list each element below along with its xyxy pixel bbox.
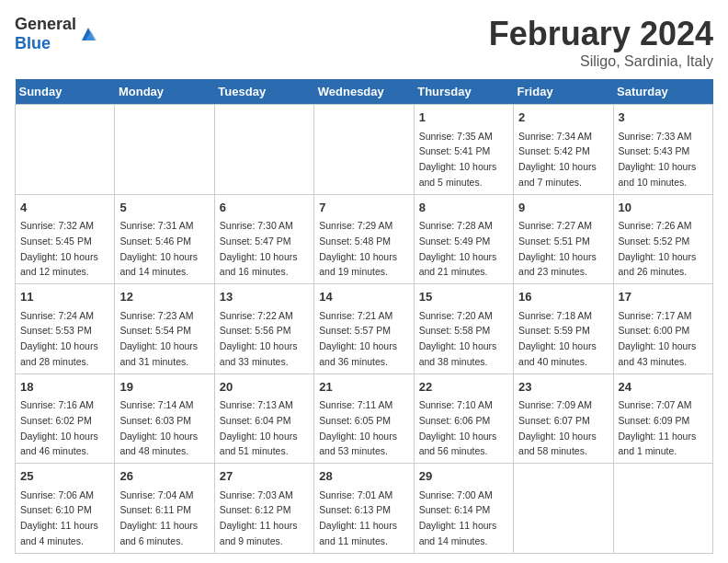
weekday-header: Saturday — [613, 79, 712, 105]
calendar-cell: 7Sunrise: 7:29 AM Sunset: 5:48 PM Daylig… — [314, 194, 414, 284]
calendar-cell: 14Sunrise: 7:21 AM Sunset: 5:57 PM Dayli… — [314, 284, 414, 374]
day-info: Sunrise: 7:03 AM Sunset: 6:12 PM Dayligh… — [220, 489, 298, 546]
day-info: Sunrise: 7:00 AM Sunset: 6:14 PM Dayligh… — [419, 489, 497, 546]
day-number: 13 — [220, 288, 309, 306]
calendar-cell: 17Sunrise: 7:17 AM Sunset: 6:00 PM Dayli… — [613, 284, 712, 374]
logo-blue: Blue — [15, 34, 51, 52]
logo: General Blue — [15, 15, 98, 53]
calendar-cell: 1Sunrise: 7:35 AM Sunset: 5:41 PM Daylig… — [414, 105, 513, 195]
day-info: Sunrise: 7:31 AM Sunset: 5:46 PM Dayligh… — [119, 220, 198, 277]
day-number: 6 — [220, 199, 309, 217]
weekday-header: Thursday — [414, 79, 513, 105]
calendar-cell: 25Sunrise: 7:06 AM Sunset: 6:10 PM Dayli… — [16, 464, 115, 554]
day-info: Sunrise: 7:21 AM Sunset: 5:57 PM Dayligh… — [319, 310, 397, 367]
day-info: Sunrise: 7:04 AM Sunset: 6:11 PM Dayligh… — [119, 489, 198, 546]
calendar-cell: 21Sunrise: 7:11 AM Sunset: 6:05 PM Dayli… — [314, 373, 414, 464]
day-number: 24 — [619, 378, 708, 396]
calendar-cell — [514, 464, 613, 554]
calendar-cell: 15Sunrise: 7:20 AM Sunset: 5:58 PM Dayli… — [414, 284, 513, 374]
day-number: 4 — [20, 199, 109, 217]
calendar-week-row: 25Sunrise: 7:06 AM Sunset: 6:10 PM Dayli… — [16, 464, 713, 554]
day-info: Sunrise: 7:16 AM Sunset: 6:02 PM Dayligh… — [20, 399, 98, 456]
day-number: 14 — [319, 288, 408, 306]
day-number: 5 — [119, 199, 209, 217]
day-info: Sunrise: 7:06 AM Sunset: 6:10 PM Dayligh… — [20, 489, 98, 546]
day-number: 26 — [119, 467, 209, 486]
day-number: 21 — [319, 378, 408, 396]
day-info: Sunrise: 7:33 AM Sunset: 5:43 PM Dayligh… — [619, 131, 697, 188]
day-number: 20 — [220, 378, 309, 396]
calendar-cell — [214, 105, 313, 195]
day-info: Sunrise: 7:20 AM Sunset: 5:58 PM Dayligh… — [419, 310, 497, 367]
day-info: Sunrise: 7:14 AM Sunset: 6:03 PM Dayligh… — [119, 399, 198, 456]
logo-general: General — [15, 15, 76, 33]
day-number: 17 — [619, 288, 708, 306]
day-number: 7 — [319, 199, 408, 217]
logo-text: General Blue — [15, 15, 76, 53]
day-number: 12 — [119, 288, 209, 306]
day-number: 19 — [119, 378, 209, 396]
calendar-week-row: 1Sunrise: 7:35 AM Sunset: 5:41 PM Daylig… — [16, 105, 713, 195]
day-number: 28 — [319, 467, 408, 486]
calendar-cell: 3Sunrise: 7:33 AM Sunset: 5:43 PM Daylig… — [613, 105, 712, 195]
day-info: Sunrise: 7:27 AM Sunset: 5:51 PM Dayligh… — [518, 220, 597, 277]
header: General Blue February 2024 Siligo, Sardi… — [15, 15, 713, 70]
day-number: 3 — [619, 109, 708, 127]
calendar-cell: 9Sunrise: 7:27 AM Sunset: 5:51 PM Daylig… — [514, 194, 613, 284]
weekday-header: Monday — [115, 79, 214, 105]
main-title: February 2024 — [489, 15, 713, 53]
calendar-cell — [115, 105, 214, 195]
calendar-week-row: 18Sunrise: 7:16 AM Sunset: 6:02 PM Dayli… — [16, 373, 713, 464]
day-info: Sunrise: 7:23 AM Sunset: 5:54 PM Dayligh… — [119, 310, 198, 367]
calendar-cell: 20Sunrise: 7:13 AM Sunset: 6:04 PM Dayli… — [214, 373, 313, 464]
calendar-cell: 19Sunrise: 7:14 AM Sunset: 6:03 PM Dayli… — [115, 373, 214, 464]
calendar-cell: 24Sunrise: 7:07 AM Sunset: 6:09 PM Dayli… — [613, 373, 712, 464]
logo-icon — [78, 24, 98, 44]
calendar-cell: 2Sunrise: 7:34 AM Sunset: 5:42 PM Daylig… — [514, 105, 613, 195]
day-number: 25 — [20, 467, 109, 486]
day-info: Sunrise: 7:11 AM Sunset: 6:05 PM Dayligh… — [319, 399, 397, 456]
day-info: Sunrise: 7:10 AM Sunset: 6:06 PM Dayligh… — [419, 399, 497, 456]
calendar-cell: 26Sunrise: 7:04 AM Sunset: 6:11 PM Dayli… — [115, 464, 214, 554]
calendar-cell: 4Sunrise: 7:32 AM Sunset: 5:45 PM Daylig… — [16, 194, 115, 284]
weekday-header: Sunday — [16, 79, 115, 105]
day-number: 11 — [20, 288, 109, 306]
calendar-cell — [16, 105, 115, 195]
day-info: Sunrise: 7:28 AM Sunset: 5:49 PM Dayligh… — [419, 220, 497, 277]
day-number: 23 — [518, 378, 608, 396]
day-number: 1 — [419, 109, 508, 127]
calendar-cell — [314, 105, 414, 195]
day-info: Sunrise: 7:29 AM Sunset: 5:48 PM Dayligh… — [319, 220, 397, 277]
weekday-header: Friday — [514, 79, 613, 105]
calendar-week-row: 11Sunrise: 7:24 AM Sunset: 5:53 PM Dayli… — [16, 284, 713, 374]
day-info: Sunrise: 7:26 AM Sunset: 5:52 PM Dayligh… — [619, 220, 697, 277]
day-number: 16 — [518, 288, 608, 306]
day-info: Sunrise: 7:22 AM Sunset: 5:56 PM Dayligh… — [220, 310, 298, 367]
day-info: Sunrise: 7:24 AM Sunset: 5:53 PM Dayligh… — [20, 310, 98, 367]
weekday-header: Wednesday — [314, 79, 414, 105]
day-info: Sunrise: 7:17 AM Sunset: 6:00 PM Dayligh… — [619, 310, 697, 367]
weekday-header: Tuesday — [214, 79, 313, 105]
calendar-week-row: 4Sunrise: 7:32 AM Sunset: 5:45 PM Daylig… — [16, 194, 713, 284]
subtitle: Siligo, Sardinia, Italy — [489, 53, 713, 70]
day-number: 9 — [518, 199, 608, 217]
calendar-cell: 12Sunrise: 7:23 AM Sunset: 5:54 PM Dayli… — [115, 284, 214, 374]
day-number: 29 — [419, 467, 508, 486]
day-info: Sunrise: 7:35 AM Sunset: 5:41 PM Dayligh… — [419, 131, 497, 188]
day-number: 2 — [518, 109, 608, 127]
calendar-cell: 23Sunrise: 7:09 AM Sunset: 6:07 PM Dayli… — [514, 373, 613, 464]
calendar-cell: 6Sunrise: 7:30 AM Sunset: 5:47 PM Daylig… — [214, 194, 313, 284]
day-info: Sunrise: 7:30 AM Sunset: 5:47 PM Dayligh… — [220, 220, 298, 277]
weekday-header-row: SundayMondayTuesdayWednesdayThursdayFrid… — [16, 79, 713, 105]
calendar-cell: 18Sunrise: 7:16 AM Sunset: 6:02 PM Dayli… — [16, 373, 115, 464]
day-number: 22 — [419, 378, 508, 396]
day-info: Sunrise: 7:07 AM Sunset: 6:09 PM Dayligh… — [619, 399, 697, 456]
day-number: 8 — [419, 199, 508, 217]
title-area: February 2024 Siligo, Sardinia, Italy — [489, 15, 713, 70]
day-info: Sunrise: 7:32 AM Sunset: 5:45 PM Dayligh… — [20, 220, 98, 277]
calendar-cell: 28Sunrise: 7:01 AM Sunset: 6:13 PM Dayli… — [314, 464, 414, 554]
calendar-cell: 27Sunrise: 7:03 AM Sunset: 6:12 PM Dayli… — [214, 464, 313, 554]
day-number: 10 — [619, 199, 708, 217]
calendar-cell: 22Sunrise: 7:10 AM Sunset: 6:06 PM Dayli… — [414, 373, 513, 464]
day-info: Sunrise: 7:18 AM Sunset: 5:59 PM Dayligh… — [518, 310, 597, 367]
